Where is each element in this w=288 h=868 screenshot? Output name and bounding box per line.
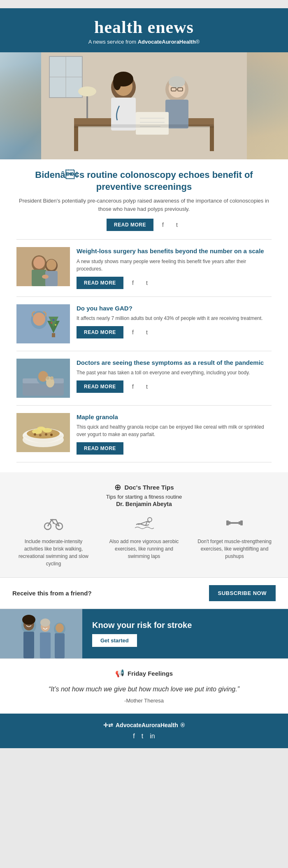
- svg-rect-26: [74, 124, 214, 128]
- svg-point-63: [50, 434, 53, 436]
- svg-rect-74: [237, 522, 239, 524]
- email-wrapper: health enews A news service from Advocat…: [0, 8, 288, 748]
- tip-item: Also add more vigorous aerobic exercises…: [103, 516, 185, 567]
- article-body: Maple granola This quick and healthy gra…: [77, 413, 272, 455]
- svg-rect-73: [239, 521, 240, 525]
- friday-quote: “It’s not how much we give but how much …: [16, 684, 272, 694]
- article-desc: A new study shows many people were feeli…: [77, 258, 272, 273]
- header-title: health enews: [8, 17, 280, 37]
- article-title: Maple granola: [77, 413, 272, 421]
- article-title: Doctors are seeing these symptoms as a r…: [77, 359, 272, 367]
- svg-point-43: [53, 319, 54, 321]
- svg-point-34: [42, 275, 49, 279]
- svg-rect-6: [74, 126, 78, 151]
- article-actions: READ MORE f t: [77, 277, 272, 289]
- bike-icon: [16, 516, 91, 534]
- facebook-icon[interactable]: f: [128, 278, 137, 287]
- svg-point-33: [46, 259, 56, 270]
- svg-point-85: [56, 623, 64, 632]
- header-subtitle: A news service from AdvocateAuroraHealth…: [8, 39, 280, 45]
- facebook-icon[interactable]: f: [158, 220, 167, 229]
- subscribe-button[interactable]: SUBSCRIBE NOW: [209, 585, 276, 601]
- tips-doctor: Dr. Benjamin Abeyta: [12, 501, 276, 507]
- friday-label: Friday Feelings: [128, 670, 173, 677]
- article-actions: READ MORE f t: [77, 380, 272, 393]
- stroke-get-started-button[interactable]: Get started: [92, 634, 137, 647]
- friday-header: 📢 Friday Feelings: [16, 669, 272, 678]
- friday-feelings-section: 📢 Friday Feelings “It’s not how much we …: [0, 658, 288, 714]
- article-read-more-button[interactable]: READ MORE: [77, 326, 123, 338]
- article-item: Weight-loss surgery has benefits beyond …: [16, 240, 272, 297]
- doctor-svg: [41, 52, 247, 159]
- article-actions: READ MORE: [77, 442, 272, 455]
- tip-text: Include moderate-intensity activities li…: [16, 538, 91, 567]
- article-desc: This quick and healthy granola recipe ca…: [77, 423, 272, 438]
- featured-article: Bidenâ¢s routine colonoscopy echoes ben…: [16, 169, 272, 240]
- footer-twitter-icon[interactable]: t: [142, 733, 143, 740]
- stroke-content: Know your risk for stroke Get started: [82, 609, 288, 658]
- article-item: Maple granola This quick and healthy gra…: [16, 406, 272, 463]
- svg-point-62: [45, 433, 47, 436]
- svg-rect-79: [23, 632, 34, 658]
- article-body: Do you have GAD? It affects nearly 7 mil…: [77, 304, 272, 339]
- main-content: Bidenâ¢s routine colonoscopy echoes ben…: [0, 159, 288, 472]
- featured-actions: READ MORE f t: [16, 219, 272, 231]
- tips-header: ⊕ Doc's Three Tips: [12, 482, 276, 492]
- svg-rect-83: [40, 632, 51, 658]
- hero-image: [0, 52, 288, 159]
- twitter-icon[interactable]: t: [142, 382, 151, 391]
- svg-point-9: [78, 86, 96, 96]
- footer-logo-text: AdvocateAuroraHealth: [116, 722, 178, 728]
- svg-rect-16: [165, 100, 188, 128]
- footer-linkedin-icon[interactable]: in: [150, 733, 155, 740]
- email-header: health enews A news service from Advocat…: [0, 8, 288, 52]
- svg-rect-7: [210, 126, 214, 151]
- svg-point-66: [53, 522, 54, 524]
- twitter-icon[interactable]: t: [172, 220, 181, 229]
- svg-point-67: [148, 518, 152, 522]
- article-title: Do you have GAD?: [77, 304, 272, 313]
- article-actions: READ MORE f t: [77, 326, 272, 338]
- svg-point-51: [46, 376, 49, 380]
- svg-point-60: [34, 433, 36, 436]
- article-read-more-button[interactable]: READ MORE: [77, 277, 123, 289]
- svg-point-37: [33, 313, 45, 326]
- footer-facebook-icon[interactable]: f: [133, 733, 135, 740]
- featured-read-more-button[interactable]: READ MORE: [107, 219, 153, 231]
- article-read-more-button[interactable]: READ MORE: [77, 380, 123, 393]
- tips-grid: Include moderate-intensity activities li…: [12, 516, 276, 567]
- featured-title: Bidenâ¢s routine colonoscopy echoes ben…: [16, 169, 272, 193]
- svg-rect-70: [229, 521, 230, 525]
- twitter-icon[interactable]: t: [142, 278, 151, 287]
- article-body: Weight-loss surgery has benefits beyond …: [77, 247, 272, 289]
- svg-rect-72: [240, 520, 243, 525]
- footer: ✛⇄ AdvocateAuroraHealth® f t in: [0, 714, 288, 748]
- swim-icon: [107, 516, 181, 534]
- facebook-icon[interactable]: f: [128, 328, 137, 337]
- svg-rect-69: [226, 520, 229, 525]
- article-item: Do you have GAD? It affects nearly 7 mil…: [16, 297, 272, 351]
- svg-rect-71: [230, 522, 232, 524]
- svg-point-52: [50, 376, 53, 380]
- article-thumbnail: [16, 247, 70, 286]
- svg-rect-40: [52, 333, 55, 337]
- stroke-title: Know your risk for stroke: [92, 621, 278, 630]
- svg-rect-86: [55, 633, 65, 658]
- docs-tips-section: ⊕ Doc's Three Tips Tips for starting a f…: [0, 472, 288, 577]
- twitter-icon[interactable]: t: [142, 328, 151, 337]
- subscribe-banner: Receive this from a friend? SUBSCRIBE NO…: [0, 577, 288, 609]
- article-desc: It affects nearly 7 million adults but o…: [77, 315, 272, 322]
- tips-icon: ⊕: [114, 482, 121, 492]
- svg-rect-32: [45, 271, 58, 286]
- friday-attribution: -Mother Theresa: [16, 698, 272, 704]
- svg-point-18: [169, 76, 185, 88]
- article-list: Weight-loss surgery has benefits beyond …: [16, 240, 272, 462]
- facebook-icon[interactable]: f: [128, 382, 137, 391]
- svg-point-82: [40, 618, 50, 627]
- tip-item: Don't forget muscle-strengthening exerci…: [193, 516, 276, 567]
- article-read-more-button[interactable]: READ MORE: [77, 442, 123, 455]
- tips-label: Doc's Three Tips: [125, 484, 174, 491]
- tip-item: Include moderate-intensity activities li…: [12, 516, 95, 567]
- svg-point-42: [55, 324, 56, 326]
- article-thumbnail: [16, 359, 70, 398]
